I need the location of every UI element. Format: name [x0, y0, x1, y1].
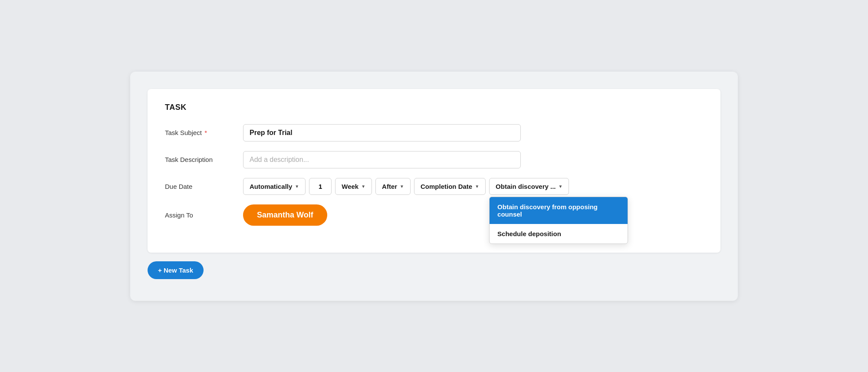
obtain-discovery-label: Obtain discovery ... — [496, 183, 556, 190]
obtain-discovery-menu: Obtain discovery from opposing counsel S… — [489, 197, 628, 244]
chevron-down-icon: ▼ — [559, 184, 563, 189]
task-description-input[interactable] — [243, 151, 521, 168]
automatically-dropdown[interactable]: Automatically ▼ — [243, 178, 306, 195]
subject-label: Task Subject * — [165, 129, 243, 136]
week-dropdown[interactable]: Week ▼ — [335, 178, 372, 195]
due-date-number-input[interactable] — [309, 178, 332, 195]
task-card: TASK Task Subject * Task Description Due… — [148, 89, 720, 253]
week-label: Week — [342, 183, 358, 190]
dropdown-item-obtain-discovery[interactable]: Obtain discovery from opposing counsel — [490, 197, 628, 224]
due-date-controls: Automatically ▼ Week ▼ After ▼ Completio… — [243, 178, 569, 195]
completion-date-dropdown[interactable]: Completion Date ▼ — [414, 178, 486, 195]
due-date-label: Due Date — [165, 183, 243, 190]
task-card-title: TASK — [165, 103, 703, 112]
assignee-name: Samantha Wolf — [257, 211, 313, 219]
description-label: Task Description — [165, 156, 243, 163]
due-date-row: Due Date Automatically ▼ Week ▼ After ▼ … — [165, 178, 703, 195]
assign-to-button[interactable]: Samantha Wolf — [243, 204, 327, 226]
after-label: After — [382, 183, 397, 190]
chevron-down-icon: ▼ — [361, 184, 365, 189]
task-dropdown-container: Obtain discovery ... ▼ Obtain discovery … — [489, 178, 569, 195]
dropdown-item-schedule-deposition[interactable]: Schedule deposition — [490, 224, 628, 244]
obtain-discovery-dropdown[interactable]: Obtain discovery ... ▼ — [489, 178, 569, 195]
automatically-label: Automatically — [250, 183, 292, 190]
completion-date-label: Completion Date — [421, 183, 472, 190]
task-subject-input[interactable] — [243, 124, 521, 142]
after-dropdown[interactable]: After ▼ — [375, 178, 411, 195]
outer-container: TASK Task Subject * Task Description Due… — [130, 72, 738, 301]
chevron-down-icon: ▼ — [295, 184, 299, 189]
chevron-down-icon: ▼ — [475, 184, 479, 189]
assign-to-label: Assign To — [165, 211, 243, 219]
required-star: * — [203, 129, 207, 136]
new-task-button[interactable]: + New Task — [148, 261, 204, 279]
task-description-row: Task Description — [165, 151, 703, 168]
task-subject-row: Task Subject * — [165, 124, 703, 142]
chevron-down-icon: ▼ — [400, 184, 404, 189]
